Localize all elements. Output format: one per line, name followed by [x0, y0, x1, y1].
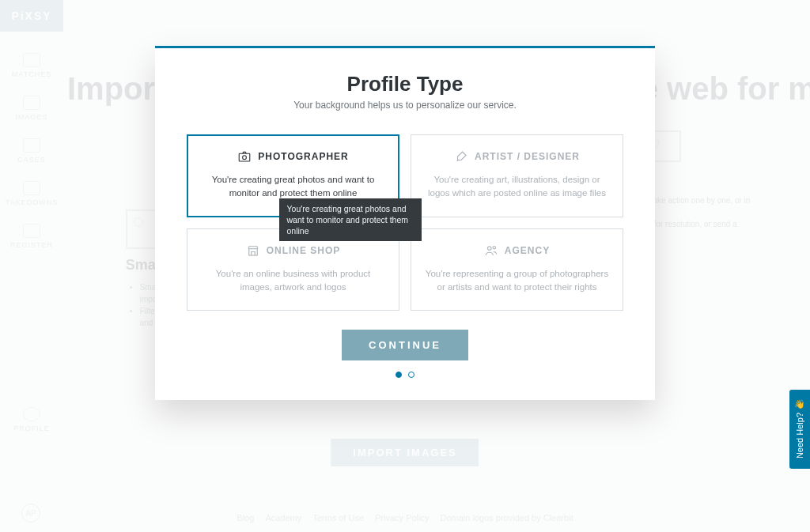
- option-desc: You're creating art, illustrations, desi…: [424, 173, 610, 201]
- option-photographer[interactable]: PHOTOGRAPHER You're creating great photo…: [187, 134, 399, 217]
- svg-point-3: [487, 246, 491, 250]
- option-label: PHOTOGRAPHER: [258, 151, 348, 162]
- option-desc: You're representing a group of photograp…: [424, 267, 610, 295]
- option-label: ARTIST / DESIGNER: [475, 151, 580, 162]
- camera-icon: [237, 149, 252, 164]
- step-indicator: [187, 372, 623, 378]
- people-icon: [484, 243, 498, 258]
- profile-type-modal: Profile Type Your background helps us to…: [155, 46, 655, 400]
- step-dot-2[interactable]: [408, 372, 414, 378]
- shop-icon: [246, 243, 260, 258]
- wave-icon: 👋: [794, 399, 805, 409]
- step-dot-1[interactable]: [396, 372, 402, 378]
- brush-icon: [454, 149, 468, 164]
- svg-point-1: [243, 156, 247, 160]
- option-tooltip: You're creating great photos and want to…: [279, 198, 422, 242]
- need-help-label: Need Help?: [795, 413, 804, 458]
- need-help-tab[interactable]: 👋 Need Help?: [789, 390, 810, 469]
- profile-type-options: PHOTOGRAPHER You're creating great photo…: [187, 134, 623, 311]
- svg-rect-0: [240, 153, 251, 161]
- option-label: AGENCY: [505, 245, 550, 256]
- option-label: ONLINE SHOP: [267, 245, 341, 256]
- continue-button[interactable]: CONTINUE: [342, 330, 468, 360]
- modal-title: Profile Type: [187, 72, 623, 96]
- option-desc: You're creating great photos and want to…: [200, 173, 386, 201]
- option-agency[interactable]: AGENCY You're representing a group of ph…: [411, 228, 623, 311]
- option-desc: You're an online business with product i…: [200, 267, 386, 295]
- option-artist-designer[interactable]: ARTIST / DESIGNER You're creating art, i…: [411, 134, 623, 217]
- svg-point-4: [493, 246, 495, 248]
- modal-subtitle: Your background helps us to personalize …: [187, 100, 623, 111]
